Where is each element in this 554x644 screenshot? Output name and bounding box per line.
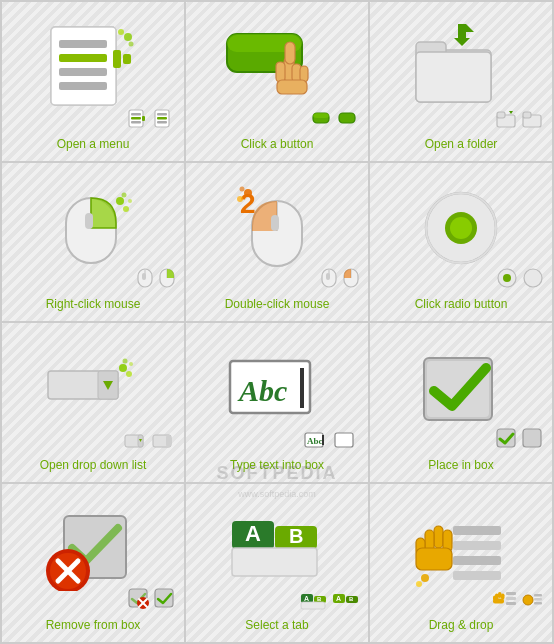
svg-point-45: [116, 197, 124, 205]
svg-point-79: [129, 362, 133, 366]
svg-rect-51: [142, 273, 146, 280]
svg-point-48: [128, 199, 132, 203]
svg-rect-15: [142, 116, 145, 121]
double-click-icon-area: 2: [186, 163, 368, 294]
open-folder-label: Open a folder: [425, 137, 498, 151]
svg-rect-110: [232, 548, 317, 576]
drag-drop-small-icons: [492, 590, 544, 610]
svg-rect-95: [523, 429, 541, 447]
svg-point-59: [237, 196, 243, 202]
remove-from-box-main-icon: [46, 506, 141, 591]
svg-rect-134: [498, 592, 502, 598]
click-radio-main-icon: [414, 183, 509, 273]
double-click-main-icon: 2: [230, 183, 325, 273]
open-menu-small-icons: [128, 109, 176, 129]
svg-rect-6: [113, 50, 121, 68]
svg-rect-128: [416, 548, 452, 570]
cell-open-folder[interactable]: Open a folder: [369, 1, 553, 162]
svg-point-77: [126, 371, 132, 377]
svg-rect-33: [416, 52, 491, 102]
open-menu-label: Open a menu: [57, 137, 130, 151]
cell-open-menu[interactable]: Open a menu: [1, 1, 185, 162]
svg-rect-123: [453, 571, 501, 580]
cell-type-text[interactable]: Abc Abc Type text into box: [185, 322, 369, 483]
svg-rect-141: [534, 598, 542, 601]
svg-point-69: [450, 217, 472, 239]
svg-rect-30: [339, 113, 355, 123]
open-folder-icon-area: [370, 2, 552, 133]
svg-text:B: B: [349, 596, 354, 602]
cell-click-radio[interactable]: Click radio button: [369, 162, 553, 323]
type-text-icon-area: Abc Abc: [186, 323, 368, 454]
svg-rect-13: [131, 117, 141, 120]
svg-rect-91: [335, 433, 353, 447]
svg-rect-2: [59, 40, 107, 48]
remove-from-box-small-icons: [128, 588, 176, 610]
svg-rect-18: [157, 117, 167, 120]
cell-remove-from-box[interactable]: Remove from box: [1, 483, 185, 644]
svg-rect-3: [59, 54, 107, 62]
click-button-icon-area: [186, 2, 368, 133]
open-dropdown-small-icons: [124, 434, 176, 450]
select-tab-main-icon: A B: [227, 506, 327, 591]
select-tab-small-icons: A B A B: [300, 590, 360, 610]
cell-double-click[interactable]: 2: [185, 162, 369, 323]
cell-place-in-box[interactable]: Place in box: [369, 322, 553, 483]
svg-point-60: [239, 186, 244, 191]
remove-from-box-icon-area: [2, 484, 184, 615]
drag-drop-icon-area: [370, 484, 552, 615]
svg-text:B: B: [317, 596, 322, 602]
double-click-label: Double-click mouse: [225, 297, 330, 311]
click-button-label: Click a button: [241, 137, 314, 151]
click-radio-label: Click radio button: [415, 297, 508, 311]
cell-open-dropdown[interactable]: Open drop down list: [1, 322, 185, 483]
svg-rect-84: [166, 435, 171, 447]
svg-rect-29: [313, 113, 329, 118]
svg-point-139: [523, 595, 533, 605]
svg-point-129: [421, 574, 429, 582]
open-menu-main-icon: [43, 22, 143, 112]
place-in-box-icon-area: [370, 323, 552, 454]
cell-right-click[interactable]: Right-click mouse: [1, 162, 185, 323]
type-text-small-icons: Abc: [304, 432, 360, 450]
svg-point-76: [119, 364, 127, 372]
svg-text:B: B: [289, 525, 303, 547]
svg-text:Abc: Abc: [237, 374, 287, 407]
drag-drop-main-icon: [411, 506, 511, 591]
click-button-main-icon: [222, 22, 332, 112]
svg-marker-39: [509, 111, 513, 114]
svg-rect-140: [534, 594, 542, 597]
open-folder-small-icons: [496, 109, 544, 129]
select-tab-icon-area: A B A B: [186, 484, 368, 615]
svg-rect-121: [453, 541, 501, 550]
svg-rect-142: [534, 602, 542, 605]
svg-rect-90: [322, 435, 324, 445]
svg-text:Abc: Abc: [307, 436, 323, 446]
svg-rect-87: [300, 368, 304, 408]
svg-rect-5: [59, 82, 107, 90]
svg-rect-19: [157, 121, 167, 124]
svg-text:A: A: [245, 521, 261, 546]
svg-rect-41: [523, 112, 531, 118]
double-click-small-icons: [320, 267, 360, 289]
cell-drag-drop[interactable]: Drag & drop: [369, 483, 553, 644]
open-menu-icon-area: [2, 2, 184, 133]
right-click-small-icons: [136, 267, 176, 289]
remove-from-box-label: Remove from box: [46, 618, 141, 632]
select-tab-label: Select a tab: [245, 618, 308, 632]
click-radio-icon-area: [370, 163, 552, 294]
svg-point-9: [118, 29, 124, 35]
svg-rect-63: [326, 273, 330, 280]
svg-text:A: A: [336, 595, 341, 602]
svg-rect-4: [59, 68, 107, 76]
svg-rect-14: [131, 121, 141, 124]
right-click-label: Right-click mouse: [46, 297, 141, 311]
svg-text:A: A: [304, 595, 309, 602]
cell-select-tab[interactable]: A B A B: [185, 483, 369, 644]
svg-rect-122: [453, 556, 501, 565]
cell-click-button[interactable]: Click a button: [185, 1, 369, 162]
svg-rect-44: [85, 213, 93, 229]
svg-point-10: [129, 42, 134, 47]
right-click-icon-area: [2, 163, 184, 294]
svg-rect-131: [506, 592, 516, 595]
